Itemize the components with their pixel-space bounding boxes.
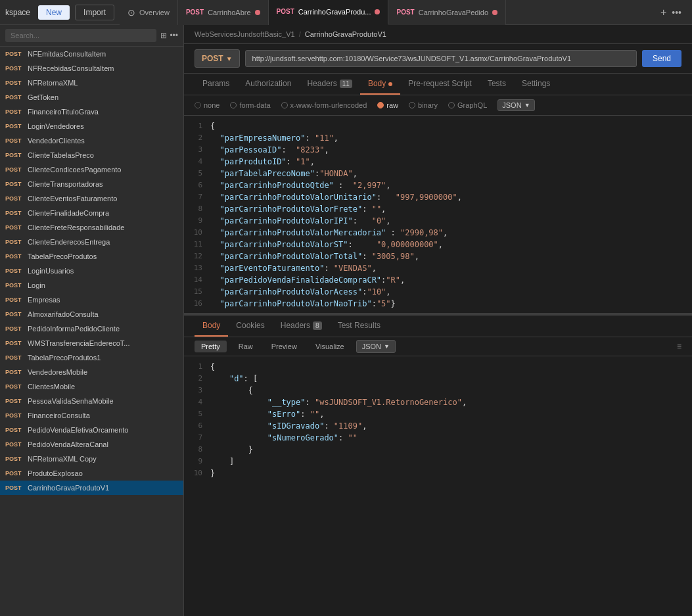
sidebar-method: POST [5,210,24,216]
sidebar-item[interactable]: POSTTabelaPrecoProdutos [0,249,183,264]
sidebar-item[interactable]: POSTLoginVendedores [0,119,183,133]
req-tab-body[interactable]: Body [360,74,400,95]
code-line: 12 "parCarrinhoProdutoValorTotal": "3005… [184,251,692,263]
resp-tab-headers[interactable]: Headers8 [273,316,330,337]
sidebar-item[interactable]: POSTLoginUsuarios [0,264,183,278]
resp-format-raw[interactable]: Raw [232,341,260,352]
req-tab-authorization[interactable]: Authorization [237,74,299,95]
sidebar-item[interactable]: POSTClienteFreteResponsabilidade [0,220,183,235]
sidebar-item-label: ClientesMobile [28,383,75,391]
url-input[interactable] [245,50,637,67]
line-content: "parPessoaID": "8233", [210,145,329,154]
sidebar-item[interactable]: POSTClienteCondicoesPagamento [0,162,183,177]
body-option-graphql[interactable]: GraphQL [448,101,487,109]
sidebar-item[interactable]: POSTClienteEventosFaturamento [0,191,183,206]
sidebar-item[interactable]: POSTProdutoExplosao [0,466,183,481]
format-label: JSON [502,101,521,109]
breadcrumb-parent[interactable]: WebServicesJundsoftBasic_V1 [195,30,295,38]
sidebar-item[interactable]: POSTFinanceiroTituloGrava [0,105,183,119]
tab-carrinhoabre[interactable]: POSTCarrinhoAbre [178,0,269,25]
resp-tab-cookies[interactable]: Cookies [228,316,272,337]
filter-icon[interactable]: ⊞ [160,31,167,40]
sidebar-item[interactable]: POSTPedidoVendaEfetivaOrcamento [0,423,183,437]
more-options-icon[interactable]: ••• [672,7,681,18]
sidebar-method: POST [5,181,24,187]
option-label: form-data [239,101,270,109]
sidebar-item[interactable]: POSTGetToken [0,90,183,105]
sidebar-item[interactable]: POSTEmpresas [0,293,183,307]
resp-tab-testresults[interactable]: Test Results [330,316,388,337]
sidebar-item[interactable]: POSTVendedorClientes [0,133,183,148]
filter-icon[interactable]: ≡ [677,342,681,351]
body-option-none[interactable]: none [195,101,219,109]
body-option-binary[interactable]: binary [409,101,438,109]
resp-tab-body[interactable]: Body [195,316,228,337]
sidebar-item[interactable]: POSTNFRetornaXML [0,76,183,90]
sidebar-item[interactable]: POSTVendedoresMobile [0,365,183,379]
add-tab-icon[interactable]: + [660,7,666,18]
line-number: 11 [184,240,210,249]
top-bar: kspace New Import ⊙OverviewPOSTCarrinhoA… [0,0,692,25]
line-number: 2 [184,133,210,142]
sidebar-item[interactable]: POSTClienteFinalidadeCompra [0,206,183,220]
request-body-editor[interactable]: 1{2 "parEmpresaNumero": "11",3 "parPesso… [184,116,692,313]
sidebar-item-label: Empresas [28,296,60,304]
line-content: { [210,122,215,131]
line-number: 14 [184,275,210,284]
sidebar-item[interactable]: POSTPedidoInformaPedidoCliente [0,321,183,336]
sidebar-item[interactable]: POSTAlmoxarifadoConsulta [0,307,183,321]
resp-format-preview[interactable]: Preview [265,341,304,352]
sidebar-item-label: PedidoVendaEfetivaOrcamento [28,426,129,434]
sidebar-item[interactable]: POSTNFRecebidasConsultaItem [0,61,183,76]
tab-carrinhogravavproduto[interactable]: POSTCarrinhoGravaProdu... [269,0,389,25]
sidebar-item[interactable]: POSTClientesMobile [0,379,183,394]
tab-badge: 11 [340,80,352,88]
line-content: { [210,362,215,371]
body-option-urlencoded[interactable]: x-www-form-urlencoded [281,101,367,109]
method-select[interactable]: POST ▼ [195,49,240,68]
send-button[interactable]: Send [642,50,681,67]
tab-carrinhogravavpedido[interactable]: POSTCarrinhoGravaPedido [388,0,506,25]
search-input[interactable] [5,29,156,42]
sidebar-item[interactable]: POSTCarrinhoGravaProdutoV1 [0,481,183,495]
line-content: "sNumeroGerado": "" [210,433,358,442]
request-tab-bar: ParamsAuthorizationHeaders11BodyPre-requ… [184,74,692,95]
code-line: 3 "parPessoaID": "8233", [184,145,692,156]
req-tab-settings[interactable]: Settings [514,74,558,95]
more-sidebar-icon[interactable]: ••• [170,31,178,40]
resp-format-visualize[interactable]: Visualize [309,341,351,352]
body-format-select[interactable]: JSON▼ [497,99,534,111]
resp-format-pretty[interactable]: Pretty [195,341,227,352]
sidebar-item[interactable]: POSTNFEmitdasConsultaItem [0,47,183,61]
sidebar-item[interactable]: POSTWMSTransferenciaEnderecoT... [0,336,183,350]
sidebar-item-label: ClienteEventosFaturamento [28,195,117,202]
sidebar-item[interactable]: POSTPedidoVendaAlteraCanal [0,437,183,452]
new-button[interactable]: New [38,5,70,20]
req-tab-headers[interactable]: Headers11 [299,74,359,95]
body-option-raw[interactable]: raw [377,101,398,109]
tab-label: CarrinhoGravaProdu... [298,8,371,16]
sidebar-item[interactable]: POSTNFRetornaXML Copy [0,452,183,466]
sidebar-item[interactable]: POSTClienteTransportadoras [0,177,183,191]
sidebar-method: POST [5,369,24,375]
sidebar-item-label: NFRetornaXML Copy [28,455,97,463]
sidebar-method: POST [5,441,24,448]
sidebar-item[interactable]: POSTTabelaPrecoProdutos1 [0,350,183,365]
resp-json-select[interactable]: JSON▼ [356,340,396,353]
sidebar-item[interactable]: POSTPessoaValidaSenhaMobile [0,394,183,408]
req-tab-params[interactable]: Params [195,74,237,95]
body-option-form-data[interactable]: form-data [230,101,270,109]
line-number: 6 [184,181,210,189]
sidebar-method: POST [5,383,24,390]
sidebar-item[interactable]: POSTClienteTabelasPreco [0,148,183,162]
line-content: "parCarrinhoProdutoValorUnitario": "997,… [210,193,462,202]
import-button[interactable]: Import [75,5,114,20]
sidebar-item[interactable]: POSTLogin [0,278,183,293]
radio-dot [281,102,288,108]
req-tab-tests[interactable]: Tests [480,74,514,95]
sidebar-item[interactable]: POSTClienteEnderecosEntrega [0,235,183,249]
sidebar-item[interactable]: POSTFinanceiroConsulta [0,408,183,423]
req-tab-prerequest[interactable]: Pre-request Script [400,74,480,95]
tab-overview[interactable]: ⊙Overview [120,0,178,25]
sidebar-method: POST [5,51,24,57]
